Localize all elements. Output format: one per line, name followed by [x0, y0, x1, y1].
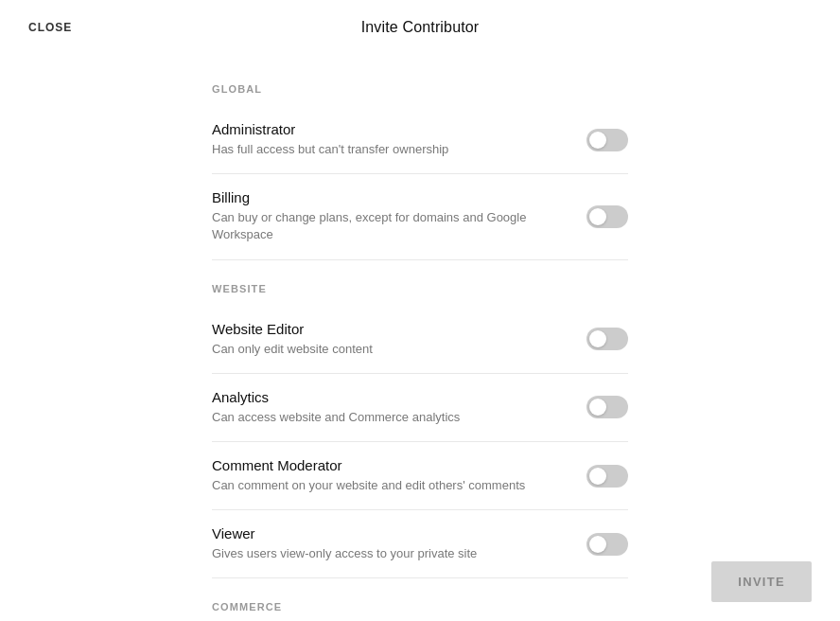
permission-desc-website-editor: Can only edit website content — [212, 341, 568, 358]
toggle-thumb-comment-moderator — [589, 468, 606, 485]
section-label-website: WEBSITE — [212, 283, 628, 294]
permission-info-viewer: ViewerGives users view-only access to yo… — [212, 525, 586, 562]
permission-row-administrator: AdministratorHas full access but can't t… — [212, 106, 628, 174]
toggle-thumb-administrator — [589, 132, 606, 149]
permission-info-comment-moderator: Comment ModeratorCan comment on your web… — [212, 457, 586, 494]
permission-name-comment-moderator: Comment Moderator — [212, 457, 568, 473]
toggle-billing[interactable] — [586, 205, 628, 228]
permission-row-viewer: ViewerGives users view-only access to yo… — [212, 510, 628, 578]
toggle-comment-moderator[interactable] — [586, 465, 628, 488]
permission-name-viewer: Viewer — [212, 525, 568, 541]
permission-name-billing: Billing — [212, 189, 568, 205]
permission-info-billing: BillingCan buy or change plans, except f… — [212, 189, 586, 243]
permission-desc-billing: Can buy or change plans, except for doma… — [212, 209, 568, 243]
section-label-commerce: COMMERCE — [212, 601, 628, 612]
permission-row-analytics: AnalyticsCan access website and Commerce… — [212, 374, 628, 442]
permission-name-administrator: Administrator — [212, 121, 568, 137]
page-title: Invite Contributor — [361, 19, 480, 36]
permission-row-website-editor: Website EditorCan only edit website cont… — [212, 306, 628, 374]
permission-desc-comment-moderator: Can comment on your website and edit oth… — [212, 477, 568, 494]
permission-desc-administrator: Has full access but can't transfer owner… — [212, 141, 568, 158]
permission-desc-viewer: Gives users view-only access to your pri… — [212, 545, 568, 562]
toggle-thumb-billing — [589, 208, 606, 225]
content-area: GLOBALAdministratorHas full access but c… — [212, 55, 628, 619]
permission-row-billing: BillingCan buy or change plans, except f… — [212, 174, 628, 259]
permission-row-comment-moderator: Comment ModeratorCan comment on your web… — [212, 442, 628, 510]
permission-name-analytics: Analytics — [212, 389, 568, 405]
invite-button[interactable]: INVITE — [711, 561, 812, 602]
permission-info-analytics: AnalyticsCan access website and Commerce… — [212, 389, 586, 426]
toggle-analytics[interactable] — [586, 396, 628, 418]
section-label-global: GLOBAL — [212, 83, 628, 95]
toggle-website-editor[interactable] — [586, 328, 628, 350]
close-button[interactable]: CLOSE — [28, 21, 72, 34]
permission-name-website-editor: Website Editor — [212, 321, 568, 337]
toggle-viewer[interactable] — [586, 533, 628, 556]
toggle-thumb-viewer — [589, 536, 606, 553]
header: CLOSE Invite Contributor — [0, 0, 840, 55]
permission-desc-analytics: Can access website and Commerce analytic… — [212, 409, 568, 426]
permission-info-website-editor: Website EditorCan only edit website cont… — [212, 321, 586, 358]
toggle-administrator[interactable] — [586, 129, 628, 151]
permission-info-administrator: AdministratorHas full access but can't t… — [212, 121, 586, 158]
